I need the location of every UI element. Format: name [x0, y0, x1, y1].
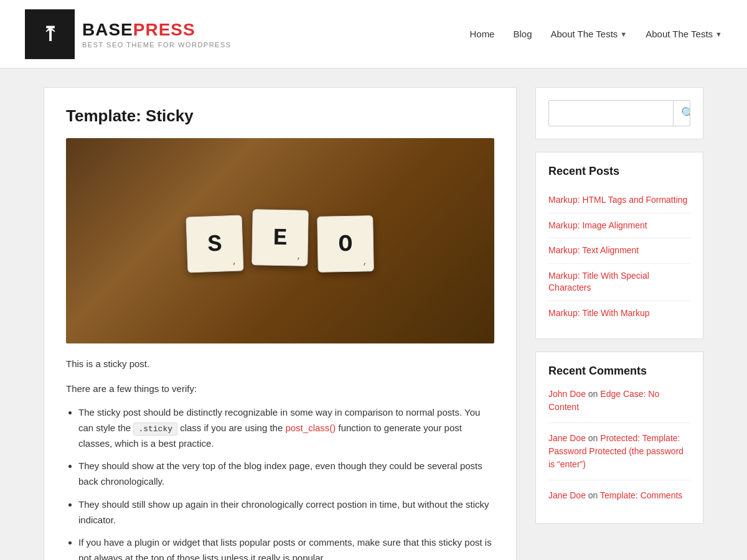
recent-comments-widget: Recent Comments John Doe on Edge Case: N… — [535, 352, 703, 524]
intro-line2: There are a few things to verify: — [66, 381, 494, 397]
logo-icon-box: ⤒ — [25, 9, 75, 59]
recent-post-item: Markup: HTML Tags and Formatting — [548, 188, 690, 213]
page-title: Template: Sticky — [66, 106, 494, 126]
recent-post-item: Markup: Text Alignment — [548, 238, 690, 264]
tile-e: E — [251, 209, 309, 266]
logo-chevron-icon: ⤒ — [42, 24, 59, 44]
tile-s: S — [186, 215, 243, 273]
on-text-3: on — [588, 490, 600, 500]
site-header: ⤒ BASEPRESS BEST SEO THEME FOR WORDPRESS… — [0, 0, 747, 68]
bullet-4: If you have a plugin or widget that list… — [78, 535, 494, 560]
brand-base: BASE — [82, 20, 133, 39]
logo-area: ⤒ BASEPRESS BEST SEO THEME FOR WORDPRESS — [25, 9, 232, 59]
nav-home[interactable]: Home — [469, 29, 494, 39]
comment-item-3: Jane Doe on Template: Comments — [548, 489, 690, 511]
comment-post-link-3[interactable]: Template: Comments — [600, 490, 682, 500]
commenter-link-3[interactable]: Jane Doe — [548, 490, 586, 500]
comment-item-2: Jane Doe on Protected: Template: Passwor… — [548, 432, 690, 480]
post-body: This is a sticky post. There are a few t… — [66, 356, 494, 560]
recent-post-link-1[interactable]: Markup: HTML Tags and Formatting — [548, 195, 687, 205]
on-text-2: on — [588, 433, 600, 443]
seo-tiles: S E O — [187, 210, 374, 272]
comment-item-1: John Doe on Edge Case: No Content — [548, 388, 690, 423]
bullet-1: The sticky post should be distinctly rec… — [78, 405, 494, 451]
recent-post-link-5[interactable]: Markup: Title With Markup — [548, 308, 650, 318]
recent-post-item: Markup: Title With Markup — [548, 301, 690, 326]
intro-line1: This is a sticky post. — [66, 356, 494, 372]
main-content: Template: Sticky S E O This is a sticky … — [44, 87, 517, 560]
tile-o: O — [317, 215, 374, 273]
nav-about-tests-2[interactable]: About The Tests ▼ — [646, 29, 722, 39]
recent-posts-title: Recent Posts — [548, 165, 690, 178]
recent-posts-widget: Recent Posts Markup: HTML Tags and Forma… — [535, 152, 703, 339]
bullet-2: They should show at the very top of the … — [78, 459, 494, 490]
nav-about-tests-1[interactable]: About The Tests ▼ — [551, 29, 627, 39]
logo-brand: BASEPRESS — [82, 20, 232, 40]
chevron-down-icon: ▼ — [715, 30, 722, 38]
main-nav: Home Blog About The Tests ▼ About The Te… — [469, 29, 722, 39]
recent-post-item: Markup: Title With Special Characters — [548, 264, 690, 301]
on-text-1: on — [588, 389, 600, 399]
logo-text: BASEPRESS BEST SEO THEME FOR WORDPRESS — [82, 20, 232, 49]
hero-image: S E O — [66, 138, 494, 343]
search-box: 🔍 — [548, 100, 690, 126]
bullet-list: The sticky post should be distinctly rec… — [78, 405, 494, 560]
recent-post-link-2[interactable]: Markup: Image Alignment — [548, 220, 647, 230]
code-sticky: .sticky — [133, 422, 177, 436]
recent-post-item: Markup: Image Alignment — [548, 213, 690, 239]
chevron-down-icon: ▼ — [620, 30, 627, 38]
search-widget: 🔍 — [535, 87, 703, 139]
brand-press: PRESS — [133, 20, 195, 39]
page-wrapper: Template: Sticky S E O This is a sticky … — [31, 68, 716, 560]
nav-blog[interactable]: Blog — [513, 29, 532, 39]
sidebar: 🔍 Recent Posts Markup: HTML Tags and For… — [535, 87, 703, 560]
recent-post-link-4[interactable]: Markup: Title With Special Characters — [548, 271, 649, 293]
commenter-link-2[interactable]: Jane Doe — [548, 433, 586, 443]
link-post-class[interactable]: post_class() — [285, 422, 336, 433]
logo-tagline: BEST SEO THEME FOR WORDPRESS — [82, 41, 232, 49]
search-input[interactable] — [549, 102, 673, 124]
search-button[interactable]: 🔍 — [673, 101, 690, 126]
recent-posts-list: Markup: HTML Tags and Formatting Markup:… — [548, 188, 690, 326]
commenter-link-1[interactable]: John Doe — [548, 389, 586, 399]
recent-post-link-3[interactable]: Markup: Text Alignment — [548, 245, 639, 255]
recent-comments-title: Recent Comments — [548, 365, 690, 378]
bullet-3: They should still show up again in their… — [78, 497, 494, 528]
